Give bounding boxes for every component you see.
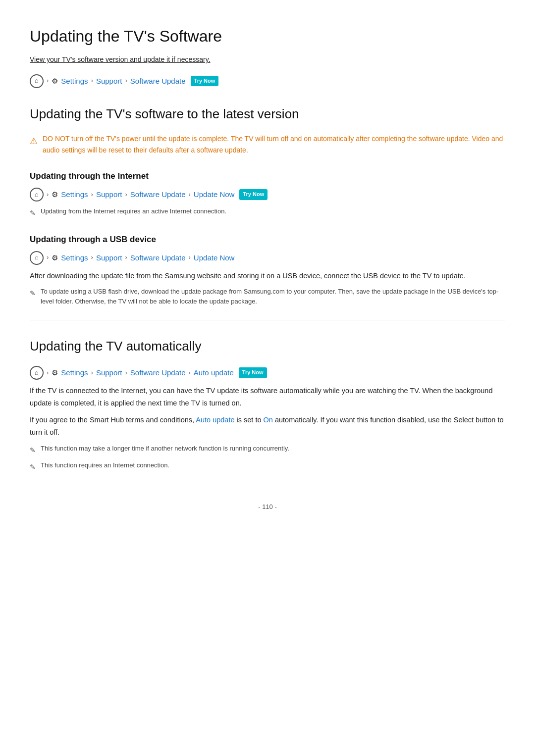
home-icon-4: ⌂ [30, 366, 44, 380]
auto-update-body1: If the TV is connected to the Internet, … [30, 385, 505, 409]
chevron-icon-10: › [125, 252, 127, 263]
section3-title: Updating the TV automatically [30, 336, 505, 357]
auto-update-note1-text: This function may take a longer time if … [41, 444, 289, 454]
settings-gear-icon-2: ⚙ [52, 189, 58, 201]
breadcrumb-3: ⌂ › ⚙ Settings › Support › Software Upda… [30, 251, 505, 265]
breadcrumb-support-4: Support [96, 367, 122, 379]
chevron-icon-11: › [189, 252, 191, 263]
body2-prefix: If you agree to the Smart Hub terms and … [30, 416, 196, 424]
internet-section-title: Updating through the Internet [30, 169, 505, 183]
pencil-icon-2: ✎ [30, 288, 36, 299]
breadcrumb-2: ⌂ › ⚙ Settings › Support › Software Upda… [30, 188, 505, 202]
auto-update-note2-row: ✎ This function requires an Internet con… [30, 460, 505, 472]
try-now-badge-1[interactable]: Try Now [191, 76, 219, 87]
page-footer: - 110 - [30, 502, 505, 512]
chevron-icon-15: › [189, 368, 191, 378]
body2-middle: is set to [235, 416, 264, 424]
auto-update-note1-row: ✎ This function may take a longer time i… [30, 444, 505, 455]
usb-note-row: ✎ To update using a USB flash drive, dow… [30, 287, 505, 306]
breadcrumb-support-1: Support [96, 75, 122, 87]
breadcrumb-software-update-4: Software Update [130, 367, 186, 379]
try-now-badge-2[interactable]: Try Now [239, 189, 268, 200]
breadcrumb-settings-4: Settings [61, 367, 88, 379]
usb-note-text: To update using a USB flash drive, downl… [41, 287, 505, 306]
chevron-icon-4: › [47, 190, 49, 200]
breadcrumb-software-update-2: Software Update [130, 189, 186, 201]
breadcrumb-4: ⌂ › ⚙ Settings › Support › Software Upda… [30, 366, 505, 380]
breadcrumb-support-3: Support [96, 252, 122, 264]
auto-update-link: Auto update [196, 416, 234, 424]
try-now-badge-4[interactable]: Try Now [239, 367, 267, 378]
warning-text: DO NOT turn off the TV's power until the… [43, 133, 505, 155]
breadcrumb-software-update-3: Software Update [130, 252, 186, 264]
chevron-icon-12: › [47, 368, 49, 378]
breadcrumb-settings-1: Settings [61, 75, 88, 87]
breadcrumb-software-update-1: Software Update [130, 75, 186, 87]
breadcrumb-update-now-2: Update Now [194, 189, 235, 201]
breadcrumb-support-2: Support [96, 189, 122, 201]
breadcrumb-auto-update-4: Auto update [194, 367, 234, 379]
auto-update-body2: If you agree to the Smart Hub terms and … [30, 414, 505, 438]
pencil-icon-1: ✎ [30, 207, 36, 218]
internet-note-text: Updating from the Internet requires an a… [41, 206, 226, 216]
settings-gear-icon-1: ⚙ [52, 75, 58, 87]
settings-gear-icon-3: ⚙ [52, 252, 58, 264]
chevron-icon-6: › [125, 190, 127, 200]
home-icon: ⌂ [30, 74, 44, 88]
chevron-icon-1: › [47, 76, 49, 86]
pencil-icon-4: ✎ [30, 461, 36, 472]
section-divider [30, 320, 505, 320]
pencil-icon-3: ✎ [30, 445, 36, 455]
warning-icon: ⚠ [30, 134, 38, 149]
settings-gear-icon-4: ⚙ [52, 367, 58, 379]
home-icon-2: ⌂ [30, 188, 44, 202]
home-icon-3: ⌂ [30, 251, 44, 265]
page-title: Updating the TV's Software [30, 24, 505, 49]
chevron-icon-13: › [91, 368, 93, 378]
breadcrumb-settings-3: Settings [61, 252, 88, 264]
breadcrumb-update-now-3: Update Now [194, 252, 235, 264]
warning-box: ⚠ DO NOT turn off the TV's power until t… [30, 133, 505, 155]
chevron-icon-7: › [189, 190, 191, 200]
page-subtitle: View your TV's software version and upda… [30, 54, 505, 65]
breadcrumb-1: ⌂ › ⚙ Settings › Support › Software Upda… [30, 74, 505, 88]
chevron-icon-3: › [125, 76, 127, 86]
chevron-icon-5: › [91, 190, 93, 200]
usb-section-title: Updating through a USB device [30, 233, 505, 246]
usb-body-text: After downloading the update file from t… [30, 270, 505, 282]
internet-note-row: ✎ Updating from the Internet requires an… [30, 206, 505, 218]
chevron-icon-9: › [91, 252, 93, 263]
auto-update-note2-text: This function requires an Internet conne… [41, 460, 169, 470]
breadcrumb-settings-2: Settings [61, 189, 88, 201]
on-link: On [264, 416, 273, 424]
chevron-icon-8: › [47, 252, 49, 263]
section1-title: Updating the TV's software to the latest… [30, 104, 505, 125]
chevron-icon-14: › [125, 368, 127, 378]
chevron-icon-2: › [91, 76, 93, 86]
